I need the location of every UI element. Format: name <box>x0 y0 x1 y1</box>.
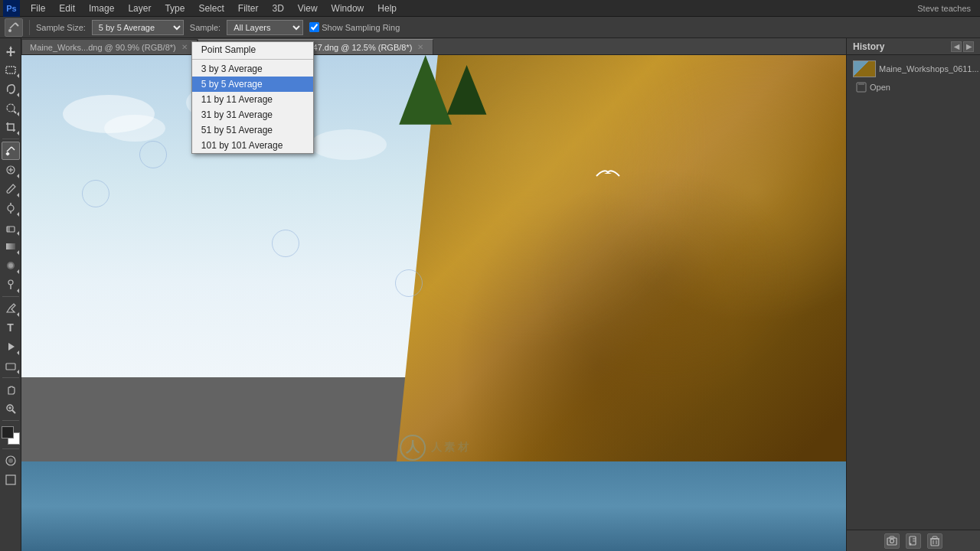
svg-rect-9 <box>5 152 10 156</box>
delete-current-state-btn[interactable] <box>927 533 942 549</box>
tool-arrow <box>15 231 19 236</box>
tab-1-close[interactable]: ✕ <box>416 43 425 51</box>
crop-tool[interactable] <box>2 118 20 136</box>
divider-1 <box>29 20 30 35</box>
menu-window[interactable]: Window <box>325 2 371 15</box>
canvas-area: Maine_Works...dng @ 90.9% (RGB/8*) ✕ Mai… <box>21 38 846 551</box>
move-tool[interactable] <box>2 41 20 60</box>
history-panel-header: History ◀ ▶ <box>847 38 980 55</box>
svg-marker-3 <box>6 46 15 57</box>
create-new-document-btn[interactable] <box>906 533 921 549</box>
lasso-tool[interactable] <box>2 80 20 98</box>
tool-arrow <box>15 73 19 78</box>
show-sampling-ring-checkbox[interactable] <box>309 22 319 32</box>
options-bar: Sample Size: 5 by 5 Average Point Sample… <box>0 17 980 38</box>
quick-mask-tool[interactable] <box>2 452 20 470</box>
canvas-content[interactable]: 人 人 素 材 <box>21 55 846 551</box>
brush-tool[interactable] <box>2 180 20 198</box>
text-tool-icon: T <box>7 321 14 334</box>
dd-51x51[interactable]: 51 by 51 Average <box>192 122 313 138</box>
tool-divider-2 <box>2 296 19 297</box>
sample-size-select[interactable]: 5 by 5 Average <box>92 20 184 35</box>
tool-arrow <box>15 289 19 293</box>
sample-select[interactable]: All Layers <box>227 20 303 35</box>
svg-point-36 <box>890 539 894 543</box>
menu-3d[interactable]: 3D <box>266 2 289 15</box>
path-selection-tool[interactable] <box>2 337 20 356</box>
menu-type[interactable]: Type <box>158 2 191 15</box>
dodge-tool[interactable] <box>2 276 20 294</box>
svg-line-0 <box>15 23 18 26</box>
sample-ring-2 <box>272 230 299 257</box>
tab-0-label: Maine_Works...dng @ 90.9% (RGB/8*) <box>30 43 176 52</box>
tab-0[interactable]: Maine_Works...dng @ 90.9% (RGB/8*) ✕ <box>21 39 198 54</box>
history-state-icon <box>856 82 867 93</box>
history-content: Maine_Workshops_0611... Open <box>847 55 980 530</box>
dd-101x101[interactable]: 101 by 101 Average <box>192 138 313 153</box>
menu-edit[interactable]: Edit <box>53 2 81 15</box>
dd-point-sample[interactable]: Point Sample <box>192 42 313 57</box>
history-item-0[interactable]: Maine_Workshops_0611... <box>850 58 977 80</box>
menu-select[interactable]: Select <box>192 2 230 15</box>
dd-11x11[interactable]: 11 by 11 Average <box>192 92 313 107</box>
foreground-color[interactable] <box>2 426 14 439</box>
menu-layer[interactable]: Layer <box>122 2 157 15</box>
pen-tool[interactable] <box>2 299 20 318</box>
tool-arrow <box>15 193 19 197</box>
svg-point-21 <box>8 280 13 285</box>
svg-rect-43 <box>933 536 937 539</box>
text-tool[interactable]: T <box>2 318 20 337</box>
menu-file[interactable]: File <box>24 2 51 15</box>
rectangular-marquee-tool[interactable] <box>2 60 20 79</box>
history-item-label-0: Maine_Workshops_0611... <box>879 64 979 73</box>
menu-filter[interactable]: Filter <box>232 2 265 15</box>
hand-tool[interactable] <box>2 380 20 399</box>
screen-mode-tool[interactable] <box>2 471 20 489</box>
eyedropper-icon <box>8 21 20 34</box>
user-info: Steve teaches <box>917 4 977 13</box>
watermark: 人 人 素 材 <box>399 434 469 461</box>
menu-view[interactable]: View <box>292 2 324 15</box>
menu-items: File Edit Image Layer Type Select Filter… <box>24 2 403 15</box>
history-title: History <box>853 41 884 52</box>
shape-tool[interactable] <box>2 357 20 375</box>
svg-point-13 <box>8 205 14 211</box>
tool-divider-4 <box>2 420 19 421</box>
cloud-2 <box>104 115 165 142</box>
healing-brush-tool[interactable] <box>2 161 20 179</box>
show-sampling-ring-label[interactable]: Show Sampling Ring <box>309 22 400 32</box>
svg-line-8 <box>7 147 11 152</box>
tool-arrow <box>15 174 19 178</box>
svg-rect-41 <box>931 539 939 546</box>
sample-ring-1 <box>139 141 167 168</box>
color-wells[interactable] <box>2 426 20 445</box>
dd-3x3[interactable]: 3 by 3 Average <box>192 61 313 77</box>
panel-arrows: ◀ ▶ <box>951 41 974 52</box>
tool-preset-picker[interactable] <box>5 18 23 37</box>
tab-0-close[interactable]: ✕ <box>180 43 189 51</box>
watermark-text: 人 素 材 <box>431 441 469 455</box>
quick-selection-tool[interactable] <box>2 99 20 117</box>
dd-31x31[interactable]: 31 by 31 Average <box>192 107 313 122</box>
eyedropper-tool[interactable] <box>2 142 20 160</box>
history-state-item[interactable]: Open <box>850 80 977 95</box>
menu-help[interactable]: Help <box>371 2 403 15</box>
history-thumbnail-0 <box>853 60 876 77</box>
new-snapshot-btn[interactable] <box>884 533 900 549</box>
panel-expand-btn[interactable]: ▶ <box>963 41 974 52</box>
svg-rect-30 <box>6 475 15 484</box>
dd-5x5[interactable]: 5 by 5 Average <box>192 77 313 92</box>
blur-tool[interactable] <box>2 256 20 275</box>
eraser-tool[interactable] <box>2 218 20 236</box>
panel-collapse-btn[interactable]: ◀ <box>951 41 962 52</box>
clone-stamp-tool[interactable] <box>2 199 20 217</box>
menu-image[interactable]: Image <box>83 2 120 15</box>
gradient-tool[interactable] <box>2 237 20 256</box>
sample-size-dropdown[interactable]: Point Sample 3 by 3 Average 5 by 5 Avera… <box>191 41 314 154</box>
svg-rect-18 <box>6 243 15 249</box>
tool-arrow <box>15 112 19 116</box>
sample-size-container: 5 by 5 Average Point Sample 3 by 3 Avera… <box>92 20 184 35</box>
sea-background <box>21 461 846 551</box>
tool-arrow <box>15 212 19 217</box>
zoom-tool[interactable] <box>2 399 20 418</box>
